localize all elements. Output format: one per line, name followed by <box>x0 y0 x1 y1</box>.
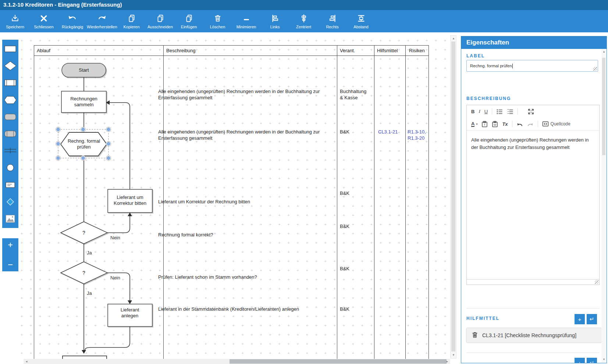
undo-button[interactable]: Rückgängig <box>58 11 87 32</box>
undo-icon <box>68 13 77 24</box>
underline-button[interactable]: U <box>484 109 488 114</box>
start-node-label: Start <box>62 67 106 73</box>
description-editor-content[interactable]: Alle eingehenden (ungeprüften) Rechnunge… <box>467 131 599 157</box>
editor-footer-bar <box>467 279 599 285</box>
row-beschreibung: Rechnung formal korrekt? <box>158 232 327 238</box>
panel-scrollbar-thumb[interactable] <box>602 58 605 155</box>
hilfsmittel-link[interactable]: CL3.1-21 <box>378 129 398 135</box>
predefined-process-tool-icon[interactable] <box>3 77 17 88</box>
hexagon-tool-icon[interactable] <box>3 94 17 106</box>
scroll-up-icon[interactable]: ▲ <box>452 37 455 40</box>
scroll-right-icon[interactable]: ► <box>446 360 449 364</box>
risiken-link[interactable]: R1.3-10, R1.3-20 <box>408 129 428 141</box>
text-color-button[interactable]: A <box>471 121 474 127</box>
save-icon <box>11 13 19 24</box>
connector-nein-1[interactable] <box>107 216 130 233</box>
small-diamond-tool-icon[interactable] <box>3 196 17 207</box>
create-node-label: Lieferant anlegen <box>115 307 145 319</box>
italic-button[interactable]: I <box>479 108 480 114</box>
toolbar-separator <box>538 121 538 127</box>
flowchart-editor-window: 3.1.2-10 Kreditoren - Eingang (Ersterfas… <box>0 0 608 364</box>
bold-button[interactable]: B <box>471 109 474 114</box>
edge-label-ja-1: Ja <box>87 250 92 256</box>
label-input[interactable]: Rechng. formal prüfen <box>466 60 598 72</box>
edge-label-ja-2: Ja <box>87 290 92 296</box>
source-code-button[interactable]: Quellcode <box>542 121 570 127</box>
properties-panel: Eigenschaften LABEL Rechng. formal prüfe… <box>461 36 607 363</box>
editor-toolbar-row-2: A ▾ T W Tx Quellcode <box>467 118 599 131</box>
rounded-rectangle-tool-icon[interactable] <box>3 111 17 122</box>
align-center-button[interactable]: Zentriert <box>289 11 318 32</box>
hilfsmittel-assign-button[interactable]: ↵ <box>587 314 597 324</box>
next-section-add-button[interactable]: + <box>575 358 585 363</box>
scroll-left-icon[interactable]: ◄ <box>25 360 28 364</box>
row-beschreibung: Alle eingehenden (ungeprüften) Rechnunge… <box>158 129 327 141</box>
spacing-button[interactable]: Abstand <box>347 11 376 32</box>
delete-button[interactable]: Löschen <box>203 11 232 32</box>
align-right-icon <box>328 13 337 24</box>
paste-plain-text-icon[interactable]: T <box>481 121 488 127</box>
editor-redo-icon[interactable] <box>527 121 534 127</box>
scroll-down-icon[interactable]: ▼ <box>602 358 605 361</box>
parallel-lines-tool-icon[interactable] <box>3 145 17 156</box>
numbered-list-icon[interactable] <box>507 108 513 114</box>
close-button[interactable]: Schliessen <box>29 11 58 32</box>
expand-icon[interactable] <box>528 108 534 115</box>
scroll-up-icon[interactable]: ▲ <box>602 50 605 54</box>
image-tool-icon[interactable] <box>3 213 17 224</box>
arrowhead-down <box>128 300 132 304</box>
resize-grip-icon[interactable] <box>595 280 598 284</box>
hilfsmittel-add-button[interactable]: + <box>575 314 585 324</box>
toolbar-separator <box>492 108 492 115</box>
editor-toolbar-row-1: B I U <box>467 105 599 118</box>
rounded-predefined-tool-icon[interactable] <box>3 128 17 139</box>
canvas-horizontal-scrollbar[interactable]: ◄ ► <box>24 359 450 364</box>
diagram-canvas[interactable]: ++++++++++++++++++++++++++++++++++++++++… <box>18 32 450 359</box>
copy-button[interactable]: Kopieren <box>117 11 146 32</box>
redo-button[interactable]: Wiederherstellen <box>87 11 117 32</box>
label-section-heading: LABEL <box>466 53 485 58</box>
toolbar-separator <box>518 108 518 115</box>
check-node-label: Rechng. formal prüfen <box>63 138 104 150</box>
row-verant: B&K <box>340 129 371 135</box>
trash-icon <box>213 13 222 24</box>
bullet-list-icon[interactable] <box>496 108 503 114</box>
paste-from-word-icon[interactable]: W <box>492 121 498 127</box>
note-tool-icon[interactable] <box>3 179 17 190</box>
item-trash-icon[interactable] <box>472 332 478 339</box>
section-divider <box>466 308 600 308</box>
align-left-icon <box>271 13 280 24</box>
align-left-button[interactable]: Links <box>261 11 289 32</box>
cut-button[interactable]: Ausschneiden <box>146 11 175 32</box>
svg-text:T: T <box>484 123 486 126</box>
vertical-scrollbar-thumb[interactable] <box>451 42 455 351</box>
zoom-out-button[interactable]: − <box>8 260 13 269</box>
align-right-button[interactable]: Rechts <box>318 11 347 32</box>
remove-format-button[interactable]: Tx <box>502 121 508 127</box>
connector-merge[interactable] <box>85 326 130 350</box>
shape-palette <box>2 40 18 228</box>
circle-tool-icon[interactable] <box>3 162 17 173</box>
canvas-vertical-scrollbar[interactable]: ▲ ▼ <box>450 35 456 358</box>
connector-feedback[interactable] <box>110 103 130 189</box>
save-button[interactable]: Speichern <box>1 11 29 32</box>
hilfsmittel-item[interactable]: CL3.1-21 [Checkliste Rechnungsprüfung] <box>466 328 602 343</box>
diamond-tool-icon[interactable] <box>3 60 17 71</box>
paste-button[interactable]: Einfügen <box>175 11 203 32</box>
next-section-assign-button[interactable]: ↵ <box>587 358 597 363</box>
next-node-partial[interactable] <box>63 356 107 359</box>
description-editor[interactable]: B I U A ▾ T W Tx Qu <box>466 105 600 285</box>
align-center-icon <box>299 13 308 24</box>
color-dropdown-icon[interactable]: ▾ <box>476 122 477 126</box>
resize-grip-icon[interactable] <box>593 67 597 71</box>
horizontal-scrollbar-thumb[interactable] <box>230 359 447 364</box>
rectangle-tool-icon[interactable] <box>3 43 17 54</box>
description-section-heading: BESCHREIBUNG <box>466 96 511 101</box>
editor-undo-icon[interactable] <box>516 121 523 127</box>
scroll-down-icon[interactable]: ▼ <box>452 353 455 357</box>
minimize-button[interactable]: Minimieren <box>232 11 261 32</box>
panel-scrollbar[interactable]: ▲ ▼ <box>601 49 606 363</box>
zoom-in-button[interactable]: + <box>8 240 13 249</box>
decision1-label: ? <box>73 230 95 236</box>
label-input-value: Rechng. formal prüfen <box>470 64 512 68</box>
